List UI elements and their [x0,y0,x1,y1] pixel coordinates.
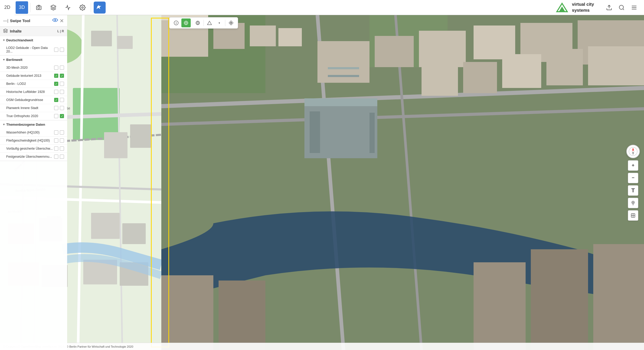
svg-rect-17 [117,36,133,49]
layer-checkbox-right[interactable] [60,147,64,151]
layer-checkbox-right[interactable]: ✓ [60,114,64,118]
swipe-controls: ✕ [52,18,64,24]
svg-rect-25 [122,223,146,244]
layer-checkbox-right[interactable] [60,48,64,52]
layer-checkboxes [54,90,64,94]
layer-checkboxes [54,147,64,151]
svg-point-78 [230,22,232,24]
layer-name: Berlin - LOD2 [6,82,54,86]
compass-btn[interactable]: N [626,145,640,158]
layer-checkboxes [54,130,64,135]
map-area[interactable]: Lehrter Straße Bertha-Benz-Straße Alt-Mo… [0,15,644,350]
inhalte-row: Inhalte L | R [0,27,67,36]
group-name: Deutschlandweit [6,38,33,42]
layer-checkboxes [54,66,64,70]
layer-checkbox-right[interactable] [60,90,64,94]
svg-rect-21 [130,124,151,148]
layer-checkbox-right[interactable] [60,82,64,86]
layer-checkbox-left[interactable] [54,155,58,159]
layer-checkbox-left[interactable] [54,48,58,52]
layer-checkbox-right[interactable] [60,106,64,110]
logo-icon [554,2,570,13]
svg-rect-48 [375,36,414,67]
layer-name: 3D-Mesh 2020 [6,66,54,69]
layer-item: LOD2 Gebäude - Open Data 20... [0,44,67,55]
svg-rect-16 [91,31,112,46]
mini-globe-btn[interactable] [193,18,202,27]
layer-checkboxes: ✓ [54,98,64,102]
btn-3d[interactable]: 3D [16,1,28,14]
chevron-down-icon: ▾ [3,39,5,42]
layer-checkbox-right[interactable] [60,138,64,143]
group-header[interactable]: ▾Berlinweit [0,56,67,64]
zoom-out-btn[interactable]: − [628,173,638,183]
layer-checkbox-left[interactable] [54,106,58,110]
mini-measure-btn[interactable] [205,18,214,27]
mini-divider-1 [192,20,192,26]
layer-checkbox-left[interactable]: ✓ [54,74,58,78]
layer-checkboxes [54,155,64,159]
layer-checkbox-right[interactable] [60,98,64,102]
svg-point-70 [54,19,56,21]
btn-search[interactable] [616,2,627,13]
layer-checkbox-left[interactable]: ✓ [54,82,58,86]
btn-upload[interactable] [603,2,615,13]
map-layers-btn[interactable] [628,210,638,221]
layer-checkbox-left[interactable] [54,138,58,143]
group-name: Berlinweit [6,58,22,62]
layer-checkbox-left[interactable]: ✓ [54,98,58,102]
svg-rect-62 [588,46,644,85]
btn-layers[interactable] [46,0,61,15]
layer-checkbox-left[interactable] [54,90,58,94]
svg-rect-67 [593,244,644,350]
layer-name: Wasserhöhen (HQ100) [6,131,54,134]
layers-icon [3,29,8,34]
mini-dropdown-btn[interactable]: ▾ [215,18,224,27]
svg-point-6 [619,5,623,9]
btn-photo[interactable] [31,0,46,15]
btn-route[interactable] [61,0,75,15]
swipe-close-btn[interactable]: ✕ [60,18,64,24]
group-header[interactable]: ▾Deutschlandweit [0,36,67,44]
mini-location-btn[interactable] [226,18,236,27]
svg-rect-58 [422,67,458,96]
layer-item: Berlin - LOD2✓ [0,80,67,88]
layer-item: Festgesetzte Überschwemmu... [0,153,67,161]
swipe-header: —| Swipe Tool ✕ [0,15,67,27]
btn-2d[interactable]: 2D [0,0,15,15]
svg-rect-20 [104,132,127,158]
layer-checkbox-left[interactable] [54,147,58,151]
btn-hamburger[interactable] [628,2,640,13]
pin-btn[interactable] [628,198,638,208]
btn-special[interactable] [94,2,106,14]
logo-area: virtual city systems [549,2,599,13]
svg-rect-63 [161,275,213,350]
zoom-in-btn[interactable]: + [628,160,638,171]
swipe-eye-btn[interactable] [52,18,58,23]
logo-text: virtual city systems [572,2,594,13]
svg-text:N: N [632,148,634,151]
terrain-btn[interactable]: T [628,185,638,196]
btn-settings[interactable] [75,0,90,15]
layer-checkbox-right[interactable] [60,66,64,70]
group-header[interactable]: ▾Themenbezogene Daten [0,120,67,129]
svg-rect-64 [219,281,265,350]
layer-name: Historische Luftbilder 1928 [6,90,54,94]
map-3d[interactable] [161,15,644,350]
layer-checkbox-right[interactable]: ✓ [60,74,64,78]
layer-checkbox-left[interactable] [54,130,58,135]
mini-crosshair-btn[interactable] [181,18,191,27]
layer-name: Gebäude texturiert 2013 [6,74,54,78]
layer-item: Gebäude texturiert 2013✓✓ [0,72,67,80]
divider-1 [30,3,30,12]
layer-checkbox-right[interactable] [60,130,64,135]
layer-checkbox-left[interactable] [54,66,58,70]
mini-info-btn[interactable]: i [171,18,181,27]
layer-checkbox-right[interactable] [60,155,64,159]
layer-name: OSM Gebäudegrundrisse [6,98,54,102]
swipe-title: Swipe Tool [10,18,30,23]
svg-point-2 [82,7,83,8]
layer-name: Festgesetzte Überschwemmu... [6,155,54,158]
layer-name: LOD2 Gebäude - Open Data 20... [6,46,54,53]
layer-checkbox-left[interactable] [54,114,58,118]
